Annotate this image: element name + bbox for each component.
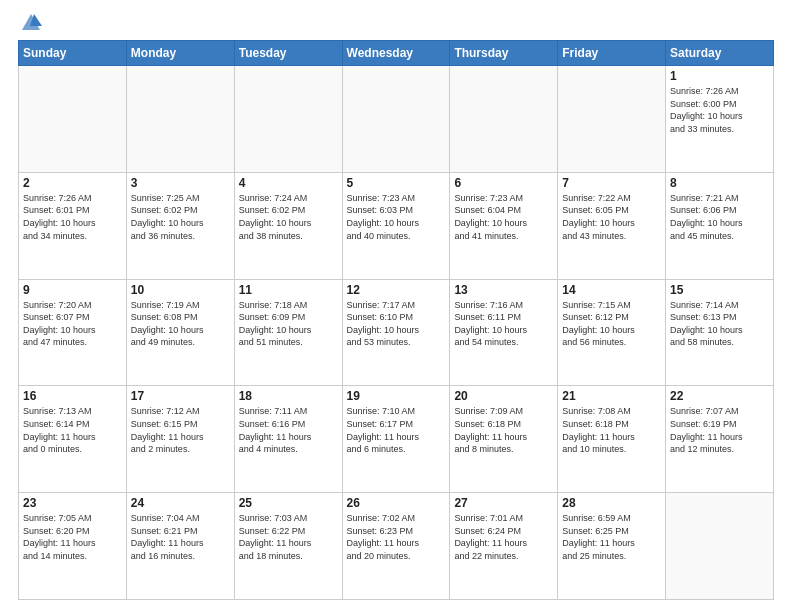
day-info: Sunrise: 7:23 AM Sunset: 6:03 PM Dayligh… [347,192,446,242]
calendar-cell: 9Sunrise: 7:20 AM Sunset: 6:07 PM Daylig… [19,279,127,386]
day-number: 2 [23,176,122,190]
calendar-cell [558,66,666,173]
calendar-cell: 14Sunrise: 7:15 AM Sunset: 6:12 PM Dayli… [558,279,666,386]
weekday-header-saturday: Saturday [666,41,774,66]
calendar-cell: 23Sunrise: 7:05 AM Sunset: 6:20 PM Dayli… [19,493,127,600]
day-info: Sunrise: 7:17 AM Sunset: 6:10 PM Dayligh… [347,299,446,349]
calendar-cell [19,66,127,173]
day-number: 22 [670,389,769,403]
calendar-cell: 4Sunrise: 7:24 AM Sunset: 6:02 PM Daylig… [234,172,342,279]
day-info: Sunrise: 7:07 AM Sunset: 6:19 PM Dayligh… [670,405,769,455]
calendar-week-4: 23Sunrise: 7:05 AM Sunset: 6:20 PM Dayli… [19,493,774,600]
calendar-cell [234,66,342,173]
logo-text [18,16,42,34]
calendar-cell: 10Sunrise: 7:19 AM Sunset: 6:08 PM Dayli… [126,279,234,386]
calendar-cell [342,66,450,173]
day-info: Sunrise: 6:59 AM Sunset: 6:25 PM Dayligh… [562,512,661,562]
calendar-cell: 20Sunrise: 7:09 AM Sunset: 6:18 PM Dayli… [450,386,558,493]
day-number: 27 [454,496,553,510]
day-info: Sunrise: 7:11 AM Sunset: 6:16 PM Dayligh… [239,405,338,455]
calendar-week-3: 16Sunrise: 7:13 AM Sunset: 6:14 PM Dayli… [19,386,774,493]
calendar-cell: 24Sunrise: 7:04 AM Sunset: 6:21 PM Dayli… [126,493,234,600]
day-number: 13 [454,283,553,297]
calendar-cell: 8Sunrise: 7:21 AM Sunset: 6:06 PM Daylig… [666,172,774,279]
calendar-cell: 17Sunrise: 7:12 AM Sunset: 6:15 PM Dayli… [126,386,234,493]
calendar-cell: 2Sunrise: 7:26 AM Sunset: 6:01 PM Daylig… [19,172,127,279]
calendar-cell: 6Sunrise: 7:23 AM Sunset: 6:04 PM Daylig… [450,172,558,279]
day-info: Sunrise: 7:15 AM Sunset: 6:12 PM Dayligh… [562,299,661,349]
calendar-table: SundayMondayTuesdayWednesdayThursdayFrid… [18,40,774,600]
calendar-cell: 13Sunrise: 7:16 AM Sunset: 6:11 PM Dayli… [450,279,558,386]
calendar-week-0: 1Sunrise: 7:26 AM Sunset: 6:00 PM Daylig… [19,66,774,173]
calendar-cell [450,66,558,173]
day-info: Sunrise: 7:20 AM Sunset: 6:07 PM Dayligh… [23,299,122,349]
day-number: 8 [670,176,769,190]
day-number: 19 [347,389,446,403]
day-number: 26 [347,496,446,510]
day-number: 6 [454,176,553,190]
day-number: 18 [239,389,338,403]
weekday-header-thursday: Thursday [450,41,558,66]
day-number: 1 [670,69,769,83]
day-number: 28 [562,496,661,510]
day-info: Sunrise: 7:26 AM Sunset: 6:01 PM Dayligh… [23,192,122,242]
day-info: Sunrise: 7:08 AM Sunset: 6:18 PM Dayligh… [562,405,661,455]
day-number: 10 [131,283,230,297]
logo-area [18,16,42,34]
calendar-cell: 11Sunrise: 7:18 AM Sunset: 6:09 PM Dayli… [234,279,342,386]
calendar-cell: 28Sunrise: 6:59 AM Sunset: 6:25 PM Dayli… [558,493,666,600]
day-number: 12 [347,283,446,297]
calendar-cell: 12Sunrise: 7:17 AM Sunset: 6:10 PM Dayli… [342,279,450,386]
day-info: Sunrise: 7:25 AM Sunset: 6:02 PM Dayligh… [131,192,230,242]
calendar-cell: 26Sunrise: 7:02 AM Sunset: 6:23 PM Dayli… [342,493,450,600]
day-info: Sunrise: 7:26 AM Sunset: 6:00 PM Dayligh… [670,85,769,135]
day-info: Sunrise: 7:16 AM Sunset: 6:11 PM Dayligh… [454,299,553,349]
day-number: 7 [562,176,661,190]
page: SundayMondayTuesdayWednesdayThursdayFrid… [0,0,792,612]
calendar-cell: 16Sunrise: 7:13 AM Sunset: 6:14 PM Dayli… [19,386,127,493]
calendar-cell: 25Sunrise: 7:03 AM Sunset: 6:22 PM Dayli… [234,493,342,600]
day-number: 5 [347,176,446,190]
weekday-header-monday: Monday [126,41,234,66]
day-info: Sunrise: 7:14 AM Sunset: 6:13 PM Dayligh… [670,299,769,349]
weekday-header-tuesday: Tuesday [234,41,342,66]
calendar-cell: 27Sunrise: 7:01 AM Sunset: 6:24 PM Dayli… [450,493,558,600]
day-number: 9 [23,283,122,297]
calendar-cell: 22Sunrise: 7:07 AM Sunset: 6:19 PM Dayli… [666,386,774,493]
day-number: 3 [131,176,230,190]
day-number: 4 [239,176,338,190]
calendar-body: 1Sunrise: 7:26 AM Sunset: 6:00 PM Daylig… [19,66,774,600]
day-number: 25 [239,496,338,510]
day-number: 20 [454,389,553,403]
day-number: 17 [131,389,230,403]
calendar-cell: 7Sunrise: 7:22 AM Sunset: 6:05 PM Daylig… [558,172,666,279]
logo-icon [20,12,42,34]
calendar-cell: 21Sunrise: 7:08 AM Sunset: 6:18 PM Dayli… [558,386,666,493]
weekday-header-friday: Friday [558,41,666,66]
weekday-header-sunday: Sunday [19,41,127,66]
day-info: Sunrise: 7:19 AM Sunset: 6:08 PM Dayligh… [131,299,230,349]
day-number: 23 [23,496,122,510]
day-info: Sunrise: 7:10 AM Sunset: 6:17 PM Dayligh… [347,405,446,455]
day-info: Sunrise: 7:03 AM Sunset: 6:22 PM Dayligh… [239,512,338,562]
day-info: Sunrise: 7:12 AM Sunset: 6:15 PM Dayligh… [131,405,230,455]
day-info: Sunrise: 7:23 AM Sunset: 6:04 PM Dayligh… [454,192,553,242]
weekday-header-row: SundayMondayTuesdayWednesdayThursdayFrid… [19,41,774,66]
weekday-header-wednesday: Wednesday [342,41,450,66]
calendar-cell: 18Sunrise: 7:11 AM Sunset: 6:16 PM Dayli… [234,386,342,493]
day-number: 11 [239,283,338,297]
day-info: Sunrise: 7:09 AM Sunset: 6:18 PM Dayligh… [454,405,553,455]
day-number: 21 [562,389,661,403]
day-info: Sunrise: 7:22 AM Sunset: 6:05 PM Dayligh… [562,192,661,242]
calendar-cell: 5Sunrise: 7:23 AM Sunset: 6:03 PM Daylig… [342,172,450,279]
day-info: Sunrise: 7:02 AM Sunset: 6:23 PM Dayligh… [347,512,446,562]
day-number: 15 [670,283,769,297]
calendar-cell: 15Sunrise: 7:14 AM Sunset: 6:13 PM Dayli… [666,279,774,386]
day-info: Sunrise: 7:01 AM Sunset: 6:24 PM Dayligh… [454,512,553,562]
day-number: 24 [131,496,230,510]
calendar-week-2: 9Sunrise: 7:20 AM Sunset: 6:07 PM Daylig… [19,279,774,386]
day-number: 16 [23,389,122,403]
calendar-cell [666,493,774,600]
day-number: 14 [562,283,661,297]
calendar-cell: 3Sunrise: 7:25 AM Sunset: 6:02 PM Daylig… [126,172,234,279]
